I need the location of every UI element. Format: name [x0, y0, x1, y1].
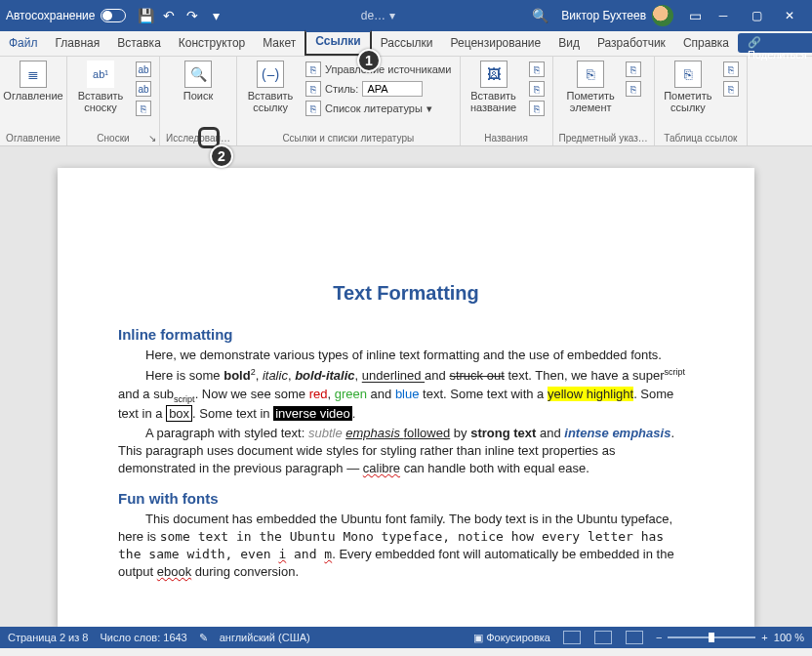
tab-developer[interactable]: Разработчик [589, 31, 674, 56]
group-toc: ≣ Оглавление Оглавление [0, 57, 67, 145]
search-icon[interactable]: 🔍 [531, 7, 548, 24]
ribbon: ≣ Оглавление Оглавление ab¹ Вставить сно… [0, 57, 812, 146]
tab-mailings[interactable]: Рассылки [372, 31, 442, 56]
status-bar: Страница 2 из 8 Число слов: 1643 ✎ англи… [0, 627, 812, 648]
footnote-icon: ab¹ [87, 61, 114, 88]
group-footnotes: ab¹ Вставить сноску ab ab ⎘ Сноски ↘ [67, 57, 160, 145]
page-indicator[interactable]: Страница 2 из 8 [8, 632, 88, 643]
title-bar: Автосохранение 💾 ↶ ↷ ▾ de…▾ 🔍 Виктор Бух… [0, 0, 812, 31]
index-icon: ⎘ [577, 61, 604, 88]
insert-footnote-button[interactable]: ab¹ Вставить сноску [73, 61, 128, 113]
citation-icon: (‒) [257, 61, 284, 88]
ribbon-options-icon[interactable]: ▭ [686, 7, 704, 24]
user-account[interactable]: Виктор Бухтеев [561, 5, 673, 26]
tab-review[interactable]: Рецензирование [442, 31, 550, 56]
group-captions: 🖼 Вставить название ⎘ ⎘ ⎘ Названия [461, 57, 553, 145]
share-button[interactable]: 🔗 Поделиться [738, 33, 812, 53]
search-large-icon: 🔍 [184, 61, 212, 88]
autosave-label: Автосохранение [6, 9, 95, 22]
insert-caption-button[interactable]: 🖼 Вставить название [467, 61, 521, 113]
chevron-down-icon: ▾ [389, 9, 395, 22]
ribbon-tabs: Файл Главная Вставка Конструктор Макет С… [0, 31, 812, 57]
insert-endnote-button[interactable]: ab [134, 61, 153, 78]
group-index: ⎘ Пометить элемент ⎘ ⎘ Предметный указ… [553, 57, 655, 145]
callout-1: 1 [357, 49, 381, 72]
tab-layout[interactable]: Макет [254, 31, 304, 56]
word-count[interactable]: Число слов: 1643 [100, 632, 186, 643]
redo-icon[interactable]: ↷ [183, 7, 201, 24]
autosave-toggle[interactable]: Автосохранение [6, 9, 126, 22]
toggle-switch-icon[interactable] [101, 9, 126, 22]
document-area[interactable]: Text Formatting Inline formatting Here, … [0, 146, 812, 627]
toc-button[interactable]: ≣ Оглавление [6, 61, 61, 102]
zoom-out-icon[interactable]: − [656, 632, 662, 643]
tab-home[interactable]: Главная [47, 31, 109, 56]
focus-mode[interactable]: ▣ Фокусировка [473, 632, 550, 644]
next-footnote-button[interactable]: ab [134, 80, 153, 98]
caption-icon: 🖼 [480, 61, 508, 88]
insert-citation-button[interactable]: (‒) Вставить ссылку [243, 61, 298, 113]
tab-help[interactable]: Справка [674, 31, 738, 56]
document-title[interactable]: de…▾ [361, 9, 395, 22]
tab-insert[interactable]: Вставка [108, 31, 170, 56]
style-input[interactable] [362, 81, 423, 97]
para-2: Here is some bold2, italic, bold-italic,… [118, 366, 694, 423]
mark-entry-button[interactable]: ⎘ Пометить элемент [563, 61, 618, 113]
zoom-in-icon[interactable]: + [761, 632, 767, 643]
group-authorities: ⎘ Пометить ссылку ⎘ ⎘ Таблица ссылок [655, 57, 748, 145]
callout-2: 2 [210, 144, 233, 168]
read-mode-icon[interactable] [563, 631, 581, 644]
heading-fonts: Fun with fonts [118, 488, 694, 509]
bibliography-button[interactable]: ⎘Список литературы ▾ [304, 100, 453, 117]
doc-title: Text Formatting [118, 279, 694, 307]
search-button[interactable]: 🔍 Поиск [171, 61, 225, 102]
tab-file[interactable]: Файл [0, 31, 47, 56]
update-index-button[interactable]: ⎘ [624, 80, 643, 98]
mark-citation-button[interactable]: ⎘ Пометить ссылку [661, 61, 715, 113]
undo-icon[interactable]: ↶ [160, 7, 178, 24]
footnotes-launcher[interactable]: ↘ [148, 133, 156, 144]
zoom-track[interactable] [668, 636, 755, 638]
heading-inline: Inline formatting [118, 324, 694, 345]
update-toa-button[interactable]: ⎘ [721, 80, 741, 98]
save-icon[interactable]: 💾 [137, 7, 154, 24]
group-citations: (‒) Вставить ссылку ⎘Управление источник… [237, 57, 460, 145]
tab-design[interactable]: Конструктор [170, 31, 254, 56]
avatar-icon [652, 5, 673, 26]
print-layout-icon[interactable] [594, 631, 612, 644]
minimize-button[interactable]: ─ [707, 0, 740, 31]
insert-index-button[interactable]: ⎘ [624, 61, 643, 78]
cross-reference-button[interactable]: ⎘ [527, 100, 547, 117]
table-of-figures-button[interactable]: ⎘ [527, 61, 547, 78]
para-3: A paragraph with styled text: subtle emp… [118, 425, 694, 478]
para-1: Here, we demonstrate various types of in… [118, 347, 694, 364]
tab-view[interactable]: Вид [549, 31, 589, 56]
web-layout-icon[interactable] [626, 631, 643, 644]
update-table-button[interactable]: ⎘ [527, 80, 547, 98]
user-name: Виктор Бухтеев [561, 9, 646, 22]
qa-dropdown-icon[interactable]: ▾ [207, 7, 224, 24]
toc-icon: ≣ [20, 61, 47, 88]
zoom-slider[interactable]: − + 100 % [656, 632, 804, 643]
insert-toa-button[interactable]: ⎘ [721, 61, 741, 78]
close-button[interactable]: ✕ [773, 0, 806, 31]
spell-check-icon[interactable]: ✎ [199, 632, 208, 644]
citation-style-select[interactable]: ⎘Стиль: [304, 80, 453, 98]
language-indicator[interactable]: английский (США) [220, 632, 310, 643]
maximize-button[interactable]: ▢ [740, 0, 773, 31]
show-notes-button[interactable]: ⎘ [134, 100, 153, 117]
page[interactable]: Text Formatting Inline formatting Here, … [58, 168, 754, 627]
authorities-icon: ⎘ [674, 61, 702, 88]
zoom-level[interactable]: 100 % [774, 632, 804, 643]
para-4: This document has embedded the Ubuntu fo… [118, 511, 694, 582]
